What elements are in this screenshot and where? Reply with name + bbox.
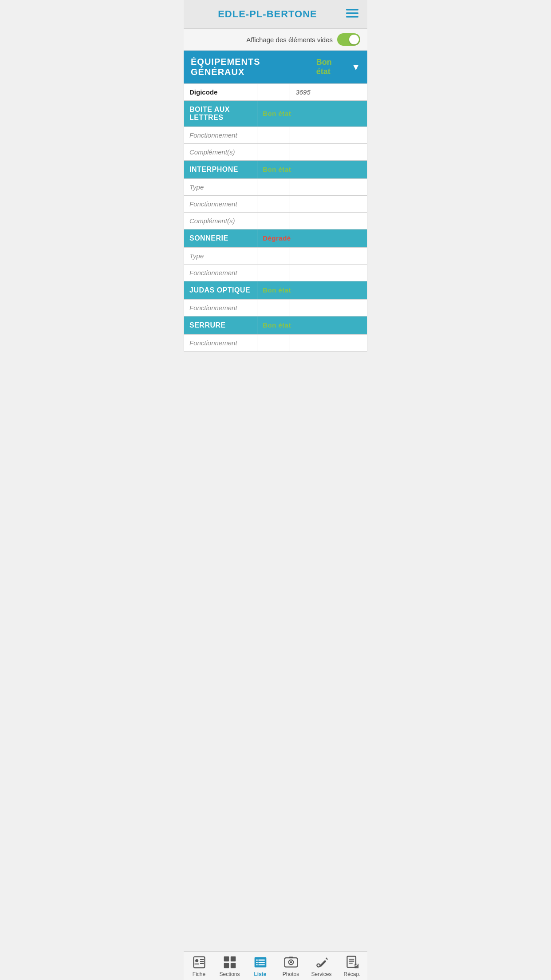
row-col2: [257, 335, 290, 352]
table-row[interactable]: Complément(s): [184, 213, 367, 229]
row-col3: 3695: [290, 84, 367, 101]
table-row[interactable]: BOITE AUX LETTRESBon état: [184, 101, 367, 127]
category-status: Bon état: [257, 316, 367, 335]
row-label: Fonctionnement: [184, 300, 257, 316]
category-label: JUDAS OPTIQUE: [184, 281, 257, 300]
row-col2: [257, 144, 290, 161]
row-label: Complément(s): [184, 213, 257, 229]
row-col3: [290, 265, 367, 281]
category-status: Bon état: [257, 161, 367, 179]
row-col2: [257, 265, 290, 281]
row-label: Type: [184, 179, 257, 196]
row-col3: [290, 179, 367, 196]
row-label: Type: [184, 248, 257, 265]
table-row[interactable]: JUDAS OPTIQUEBon état: [184, 281, 367, 300]
row-label: Fonctionnement: [184, 196, 257, 213]
table-row[interactable]: Type: [184, 248, 367, 265]
row-col2: [257, 196, 290, 213]
row-col2: [257, 84, 290, 101]
page-title: EDLE-PL-BERTONE: [218, 8, 317, 20]
table-row[interactable]: Digicode3695: [184, 84, 367, 101]
toggle-label: Affichage des éléments vides: [246, 36, 333, 43]
app-header: EDLE-PL-BERTONE: [184, 0, 367, 29]
svg-rect-4: [346, 16, 358, 18]
table-row[interactable]: Complément(s): [184, 144, 367, 161]
row-col2: [257, 213, 290, 229]
table-row[interactable]: Fonctionnement: [184, 300, 367, 316]
row-col3: [290, 196, 367, 213]
svg-rect-2: [346, 9, 358, 11]
chevron-down-icon: ▼: [351, 62, 360, 72]
section-status: Bon état: [316, 58, 348, 76]
table-row[interactable]: Fonctionnement: [184, 127, 367, 144]
table-row[interactable]: INTERPHONEBon état: [184, 161, 367, 179]
category-status: Bon état: [257, 281, 367, 300]
table-row[interactable]: SERRUREBon état: [184, 316, 367, 335]
category-label: SERRURE: [184, 316, 257, 335]
category-label: BOITE AUX LETTRES: [184, 101, 257, 127]
row-col2: [257, 300, 290, 316]
row-col3: [290, 248, 367, 265]
row-label: Digicode: [184, 84, 257, 101]
toggle-switch[interactable]: [337, 33, 360, 46]
table-row[interactable]: Fonctionnement: [184, 265, 367, 281]
category-status: Bon état: [257, 101, 367, 127]
row-col3: [290, 127, 367, 144]
category-label: SONNERIE: [184, 229, 257, 248]
data-table-container: Digicode3695BOITE AUX LETTRESBon étatFon…: [184, 83, 367, 352]
menu-button[interactable]: [344, 5, 360, 23]
table-row[interactable]: Fonctionnement: [184, 196, 367, 213]
table-row[interactable]: SONNERIEDégradé: [184, 229, 367, 248]
toggle-row: Affichage des éléments vides: [184, 29, 367, 51]
section-title: ÉQUIPEMENTS GÉNÉRAUX: [191, 57, 316, 77]
row-col3: [290, 213, 367, 229]
row-label: Fonctionnement: [184, 335, 257, 352]
svg-rect-3: [346, 12, 358, 14]
row-col2: [257, 248, 290, 265]
row-label: Fonctionnement: [184, 265, 257, 281]
row-col3: [290, 300, 367, 316]
row-col3: [290, 335, 367, 352]
row-col2: [257, 127, 290, 144]
table-row[interactable]: Fonctionnement: [184, 335, 367, 352]
equipment-table: Digicode3695BOITE AUX LETTRESBon étatFon…: [184, 83, 367, 352]
section-header[interactable]: ÉQUIPEMENTS GÉNÉRAUX Bon état ▼: [184, 51, 367, 83]
row-col3: [290, 144, 367, 161]
category-status: Dégradé: [257, 229, 367, 248]
row-label: Fonctionnement: [184, 127, 257, 144]
category-label: INTERPHONE: [184, 161, 257, 179]
row-label: Complément(s): [184, 144, 257, 161]
row-col2: [257, 179, 290, 196]
table-row[interactable]: Type: [184, 179, 367, 196]
